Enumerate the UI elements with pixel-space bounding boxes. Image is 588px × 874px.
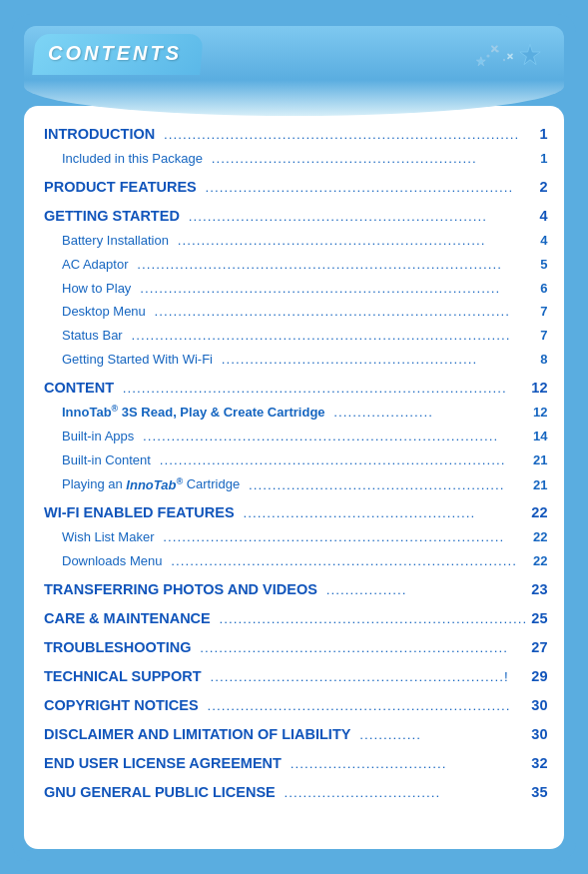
toc-page-gnu: 35 <box>531 781 547 803</box>
content-card: INTRODUCTION ...........................… <box>24 106 564 849</box>
toc-title-eula: END USER LICENSE AGREEMENT <box>44 752 282 774</box>
toc-title-innotab: InnoTab® 3S Read, Play & Create Cartridg… <box>62 403 325 423</box>
toc-dots-desktop-menu: ........................................… <box>150 302 536 323</box>
toc-row-eula[interactable]: END USER LICENSE AGREEMENT .............… <box>44 750 547 776</box>
toc-page-care: 25 <box>531 607 547 629</box>
toc-dots-technical-support: ........................................… <box>206 667 528 688</box>
toc-row-wifi-features[interactable]: WI-FI ENABLED FEATURES .................… <box>44 500 547 526</box>
toc-table: INTRODUCTION ...........................… <box>44 122 547 806</box>
toc-row-introduction[interactable]: INTRODUCTION ...........................… <box>44 122 547 148</box>
toc-row-copyright[interactable]: COPYRIGHT NOTICES ......................… <box>44 692 547 718</box>
toc-row-innotab[interactable]: InnoTab® 3S Read, Play & Create Cartridg… <box>44 402 547 426</box>
toc-title-builtin-content: Built-in Content <box>62 450 151 470</box>
toc-page-disclaimer: 30 <box>531 723 547 745</box>
toc-dots-status-bar: ........................................… <box>127 326 537 347</box>
page-outer: CONTENTS <box>12 14 576 861</box>
toc-title-gnu: GNU GENERAL PUBLIC LICENSE <box>44 781 276 803</box>
toc-dots-product-features: ........................................… <box>201 178 536 199</box>
header-area: CONTENTS <box>24 26 564 116</box>
toc-row-gnu[interactable]: GNU GENERAL PUBLIC LICENSE .............… <box>44 779 547 805</box>
toc-row-builtin-content[interactable]: Built-in Content .......................… <box>44 449 547 473</box>
toc-title-status-bar: Status Bar <box>62 326 123 346</box>
toc-row-product-features[interactable]: PRODUCT FEATURES .......................… <box>44 174 547 200</box>
toc-dots-care: ........................................… <box>215 609 528 630</box>
toc-dots-eula: ................................. <box>286 754 527 775</box>
toc-page-product-features: 2 <box>539 176 547 198</box>
toc-title-getting-started: GETTING STARTED <box>44 205 180 227</box>
toc-dots-downloads-menu: ........................................… <box>166 551 529 572</box>
toc-row-ac[interactable]: AC Adaptor .............................… <box>44 253 547 277</box>
toc-title-care: CARE & MAINTENANCE <box>44 607 211 629</box>
toc-dots-wish-list: ........................................… <box>158 527 529 548</box>
toc-page-innotab: 12 <box>533 403 547 423</box>
toc-dots-getting-started: ........................................… <box>184 207 536 228</box>
toc-title-technical-support: TECHNICAL SUPPORT <box>44 665 202 687</box>
toc-title-playing-cartridge: Playing an InnoTab® Cartridge <box>62 474 240 494</box>
toc-dots-copyright: ........................................… <box>203 696 528 717</box>
toc-title-builtin-apps: Built-in Apps <box>62 427 134 446</box>
toc-row-getting-started[interactable]: GETTING STARTED ........................… <box>44 203 547 229</box>
toc-row-wish-list[interactable]: Wish List Maker ........................… <box>44 526 547 550</box>
toc-row-included[interactable]: Included in this Package ...............… <box>44 147 547 171</box>
toc-title-content: CONTENT <box>44 377 114 399</box>
toc-title-introduction: INTRODUCTION <box>44 123 155 145</box>
toc-page-getting-started: 4 <box>539 205 547 227</box>
toc-dots-battery: ........................................… <box>173 231 536 252</box>
toc-dots-playing-cartridge: ........................................… <box>244 475 529 496</box>
toc-title-downloads-menu: Downloads Menu <box>62 551 162 571</box>
toc-row-playing-cartridge[interactable]: Playing an InnoTab® Cartridge ..........… <box>44 473 547 497</box>
toc-dots-content: ........................................… <box>118 379 527 400</box>
toc-title-wifi-started: Getting Started With Wi-Fi <box>62 350 213 370</box>
toc-title-desktop-menu: Desktop Menu <box>62 302 146 322</box>
toc-row-technical-support[interactable]: TECHNICAL SUPPORT ......................… <box>44 664 547 690</box>
svg-point-0 <box>486 54 489 57</box>
toc-row-care[interactable]: CARE & MAINTENANCE .....................… <box>44 606 547 632</box>
toc-row-builtin-apps[interactable]: Built-in Apps ..........................… <box>44 426 547 449</box>
toc-page-ac: 5 <box>540 255 547 275</box>
toc-row-desktop-menu[interactable]: Desktop Menu ...........................… <box>44 301 547 325</box>
toc-dots-troubleshooting: ........................................… <box>195 638 527 659</box>
toc-title-product-features: PRODUCT FEATURES <box>44 176 197 198</box>
toc-dots-transferring: ................. <box>321 580 527 601</box>
toc-page-wish-list: 22 <box>533 527 547 547</box>
toc-page-desktop-menu: 7 <box>540 302 547 322</box>
toc-row-disclaimer[interactable]: DISCLAIMER AND LIMITATION OF LIABILITY .… <box>44 721 547 747</box>
toc-row-troubleshooting[interactable]: TROUBLESHOOTING ........................… <box>44 635 547 661</box>
toc-title-how-to-play: How to Play <box>62 279 131 299</box>
toc-dots-wifi-started: ........................................… <box>217 350 536 371</box>
contents-tab-label: CONTENTS <box>48 42 182 65</box>
toc-dots-disclaimer: ............. <box>354 725 527 746</box>
toc-row-downloads-menu[interactable]: Downloads Menu .........................… <box>44 550 547 574</box>
toc-page-builtin-apps: 14 <box>533 427 547 446</box>
contents-tab: CONTENTS <box>32 34 204 75</box>
svg-marker-8 <box>476 56 485 65</box>
toc-page-downloads-menu: 22 <box>533 551 547 571</box>
toc-page-wifi-started: 8 <box>540 350 547 370</box>
toc-title-copyright: COPYRIGHT NOTICES <box>44 694 199 716</box>
toc-row-content[interactable]: CONTENT ................................… <box>44 376 547 402</box>
toc-title-included: Included in this Package <box>62 149 203 169</box>
toc-row-battery[interactable]: Battery Installation ...................… <box>44 229 547 253</box>
toc-page-technical-support: 29 <box>531 665 547 687</box>
toc-dots-introduction: ........................................… <box>159 125 535 146</box>
toc-row-wifi-started[interactable]: Getting Started With Wi-Fi .............… <box>44 349 547 373</box>
toc-title-disclaimer: DISCLAIMER AND LIMITATION OF LIABILITY <box>44 723 350 745</box>
toc-page-troubleshooting: 27 <box>531 636 547 658</box>
toc-row-status-bar[interactable]: Status Bar .............................… <box>44 325 547 349</box>
star-decoration <box>464 36 544 100</box>
toc-page-how-to-play: 6 <box>540 279 547 299</box>
toc-title-troubleshooting: TROUBLESHOOTING <box>44 636 191 658</box>
toc-page-playing-cartridge: 21 <box>533 475 547 495</box>
toc-dots-wifi-features: ........................................… <box>239 503 528 524</box>
toc-page-battery: 4 <box>540 231 547 251</box>
toc-page-transferring: 23 <box>531 578 547 600</box>
svg-marker-7 <box>520 44 540 64</box>
toc-dots-ac: ........................................… <box>133 255 537 276</box>
toc-dots-how-to-play: ........................................… <box>135 279 536 300</box>
toc-dots-innotab: ..................... <box>329 403 529 424</box>
toc-page-introduction: 1 <box>539 123 547 145</box>
toc-row-how-to-play[interactable]: How to Play ............................… <box>44 277 547 301</box>
toc-row-transferring[interactable]: TRANSFERRING PHOTOS AND VIDEOS .........… <box>44 577 547 603</box>
toc-title-wish-list: Wish List Maker <box>62 527 154 547</box>
toc-page-status-bar: 7 <box>540 326 547 346</box>
